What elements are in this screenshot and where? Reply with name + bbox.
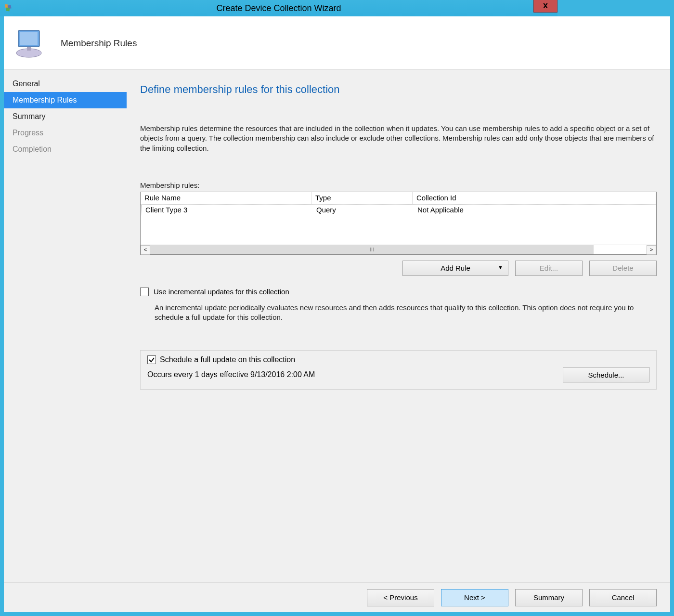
col-header-name[interactable]: Rule Name [141, 192, 311, 204]
sidebar-item-membership-rules[interactable]: Membership Rules [4, 92, 127, 108]
schedule-checkbox[interactable] [147, 355, 156, 364]
rules-table: Rule Name Type Collection Id Client Type… [140, 192, 557, 255]
col-header-id[interactable]: Collection Id [413, 192, 557, 204]
computer-icon [13, 26, 47, 60]
cell-rule-name: Client Type 3 [142, 205, 313, 216]
cell-rule-type: Query [313, 205, 414, 216]
table-header: Rule Name Type Collection Id [141, 192, 557, 205]
svg-rect-2 [6, 8, 10, 12]
incremental-description: An incremental update periodically evalu… [155, 303, 557, 323]
schedule-group: Schedule a full update on this collectio… [140, 350, 557, 390]
rules-label: Membership rules: [140, 181, 557, 189]
scroll-track[interactable]: III [150, 245, 557, 254]
col-header-type[interactable]: Type [311, 192, 413, 204]
window-title: Create Device Collection Wizard [216, 3, 341, 13]
add-rule-button[interactable]: Add Rule [402, 261, 508, 276]
sidebar-item-general[interactable]: General [4, 76, 127, 92]
sidebar-item-completion: Completion [4, 141, 127, 157]
titlebar: Create Device Collection Wizard x [0, 0, 557, 16]
wizard-header: Membership Rules [4, 17, 557, 70]
wizard-sidebar: General Membership Rules Summary Progres… [4, 70, 127, 508]
svg-rect-4 [20, 32, 38, 45]
main-panel: Define membership rules for this collect… [127, 70, 557, 508]
horizontal-scrollbar[interactable]: < III > [141, 245, 557, 254]
schedule-text: Occurs every 1 days effective 9/13/2016 … [147, 370, 315, 379]
main-description: Membership rules determine the resources… [140, 124, 557, 153]
scroll-left-icon[interactable]: < [141, 245, 150, 255]
edit-button[interactable]: Edit... [515, 261, 557, 276]
schedule-label: Schedule a full update on this collectio… [160, 355, 295, 364]
page-title: Membership Rules [61, 38, 137, 49]
window-body: Membership Rules General Membership Rule… [4, 16, 557, 508]
app-icon [5, 4, 13, 12]
table-row[interactable]: Client Type 3 Query Not Applicable [142, 205, 557, 216]
incremental-label: Use incremental updates for this collect… [154, 288, 289, 296]
main-heading: Define membership rules for this collect… [140, 83, 557, 96]
svg-rect-6 [27, 47, 31, 51]
incremental-checkbox[interactable] [140, 288, 149, 296]
cell-collection-id: Not Applicable [414, 205, 557, 216]
sidebar-item-summary[interactable]: Summary [4, 108, 127, 125]
sidebar-item-progress: Progress [4, 125, 127, 141]
close-button[interactable]: x [533, 0, 557, 13]
